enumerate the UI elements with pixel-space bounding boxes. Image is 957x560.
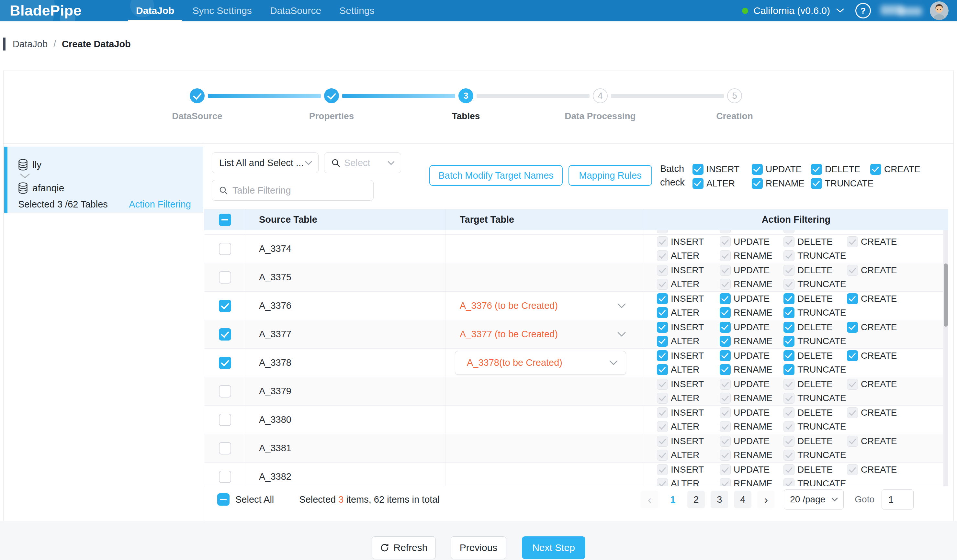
action-checkbox-delete[interactable]: DELETE <box>783 322 847 333</box>
action-checkbox-alter[interactable]: ALTER <box>657 364 720 375</box>
goto-page-input[interactable] <box>881 489 914 510</box>
action-checkbox-insert[interactable]: INSERT <box>657 350 720 361</box>
action-checkbox-truncate[interactable]: TRUNCATE <box>783 364 847 375</box>
action-checkbox-alter[interactable]: ALTER <box>657 336 720 347</box>
action-filtering-cell: INSERTUPDATEDELETECREATEALTERRENAMETRUNC… <box>644 377 943 405</box>
action-checkbox-update: UPDATE <box>720 464 783 475</box>
row-select-checkbox[interactable] <box>219 300 231 312</box>
action-checkbox-delete[interactable]: DELETE <box>783 293 847 304</box>
avatar[interactable] <box>930 1 949 20</box>
action-checkbox-insert: INSERT <box>657 379 720 390</box>
action-checkbox-alter[interactable]: ALTER <box>693 178 752 189</box>
page-button-4[interactable]: 4 <box>734 491 752 508</box>
table-row: A_3375INSERTUPDATEDELETECREATEALTERRENAM… <box>204 263 943 292</box>
nav-item-datajob[interactable]: DataJob <box>127 0 183 21</box>
nav-item-datasource[interactable]: DataSource <box>261 0 330 21</box>
nav-item-settings[interactable]: Settings <box>330 0 383 21</box>
action-checkbox-delete: DELETE <box>783 464 847 475</box>
row-select-checkbox[interactable] <box>219 243 231 255</box>
action-checkbox-truncate: TRUNCATE <box>783 250 847 261</box>
page-button-3[interactable]: 3 <box>711 491 728 508</box>
step-connector <box>611 94 724 98</box>
nav-menu: DataJob Sync Settings DataSource Setting… <box>127 0 384 21</box>
nav-item-sync-settings[interactable]: Sync Settings <box>183 0 261 21</box>
prev-page-button[interactable]: ‹ <box>641 491 658 508</box>
action-checkbox-create[interactable]: CREATE <box>870 164 921 175</box>
action-checkbox-create[interactable]: CREATE <box>847 322 897 333</box>
action-checkbox-delete: DELETE <box>783 265 847 276</box>
next-step-button[interactable]: Next Step <box>522 536 585 559</box>
action-checkbox-rename[interactable]: RENAME <box>720 307 783 318</box>
page-size-select[interactable]: 20 /page <box>784 489 844 510</box>
list-mode-select[interactable]: List All and Select ... <box>212 153 319 173</box>
selection-summary: Selected 3 /62 Tables <box>18 199 108 210</box>
action-checkbox-create: CREATE <box>847 407 897 418</box>
refresh-button[interactable]: Refresh <box>372 536 436 559</box>
action-checkbox-create: CREATE <box>847 265 897 276</box>
action-checkbox-alter[interactable]: ALTER <box>657 307 720 318</box>
page-button-2[interactable]: 2 <box>687 491 705 508</box>
source-table-cell: A_3382 <box>246 462 445 486</box>
breadcrumb-parent[interactable]: DataJob <box>13 39 47 49</box>
action-checkbox-create: CREATE <box>847 436 897 447</box>
select-all-checkbox[interactable] <box>217 493 229 506</box>
scrollbar-thumb[interactable] <box>944 263 948 327</box>
datasource-summary-card[interactable]: lly afanqie Selected 3 /62 Tables Action… <box>4 147 203 213</box>
action-checkbox-insert: INSERT <box>657 436 720 447</box>
action-checkbox-update[interactable]: UPDATE <box>720 293 783 304</box>
table-filter-input[interactable]: Table Filtering <box>212 180 374 201</box>
environment-name[interactable]: California (v0.6.0) <box>753 5 830 16</box>
action-checkbox-alter: ALTER <box>657 250 720 261</box>
action-checkbox-update[interactable]: UPDATE <box>720 322 783 333</box>
chevron-down-icon[interactable] <box>617 331 626 337</box>
action-filtering-link[interactable]: Action Filtering <box>129 199 191 210</box>
row-select-checkbox[interactable] <box>219 471 231 483</box>
schema-select[interactable]: Select <box>324 153 401 173</box>
action-checkbox-insert[interactable]: INSERT <box>657 322 720 333</box>
chevron-down-icon[interactable] <box>617 303 626 309</box>
step-circle-creation: 5 <box>727 88 742 103</box>
action-checkbox-truncate[interactable]: TRUNCATE <box>783 307 847 318</box>
row-select-checkbox[interactable] <box>219 385 231 398</box>
action-checkbox-delete[interactable]: DELETE <box>811 164 870 175</box>
target-table-cell <box>445 377 644 405</box>
action-checkbox-insert[interactable]: INSERT <box>693 164 752 175</box>
next-page-button[interactable]: › <box>757 491 775 508</box>
action-checkbox-rename[interactable]: RENAME <box>720 364 783 375</box>
row-select-checkbox[interactable] <box>219 357 231 369</box>
row-select-checkbox[interactable] <box>219 271 231 284</box>
page-button-1[interactable]: 1 <box>664 491 682 508</box>
action-filtering-cell: INSERTUPDATEDELETECREATEALTERRENAMETRUNC… <box>644 320 943 348</box>
action-filtering-header: Action Filtering <box>644 210 948 230</box>
action-checkbox-update[interactable]: UPDATE <box>752 164 811 175</box>
action-checkbox-delete: DELETE <box>783 379 847 390</box>
action-checkbox-delete[interactable]: DELETE <box>783 350 847 361</box>
batch-modify-target-names-button[interactable]: Batch Modify Target Names <box>429 165 563 186</box>
mapping-rules-button[interactable]: Mapping Rules <box>569 165 652 186</box>
action-checkbox-insert[interactable]: INSERT <box>657 293 720 304</box>
action-checkbox-truncate: TRUNCATE <box>783 478 847 486</box>
top-nav: BladePipe DataJob Sync Settings DataSour… <box>0 0 957 21</box>
bladepipe-logo[interactable]: BladePipe <box>10 2 82 19</box>
action-checkbox-truncate[interactable]: TRUNCATE <box>783 336 847 347</box>
sidebar: lly afanqie Selected 3 /62 Tables Action… <box>3 144 204 521</box>
breadcrumb-separator: / <box>54 39 56 49</box>
help-icon[interactable]: ? <box>855 3 871 19</box>
action-checkbox-update[interactable]: UPDATE <box>720 350 783 361</box>
action-checkbox-rename: RENAME <box>720 450 783 461</box>
chevron-down-icon[interactable] <box>836 8 844 13</box>
action-checkbox-create[interactable]: CREATE <box>847 350 897 361</box>
row-select-checkbox[interactable] <box>219 328 231 341</box>
select-all-header-checkbox[interactable] <box>219 214 231 226</box>
row-select-checkbox[interactable] <box>219 442 231 454</box>
previous-button[interactable]: Previous <box>451 536 506 559</box>
action-checkbox-create[interactable]: CREATE <box>847 293 897 304</box>
action-checkbox-alter: ALTER <box>657 279 720 290</box>
action-checkbox-rename[interactable]: RENAME <box>752 178 811 189</box>
action-checkbox-truncate[interactable]: TRUNCATE <box>811 178 870 189</box>
target-table-select[interactable]: A_3378(to be Created) <box>455 351 626 375</box>
chevron-down-icon[interactable] <box>609 360 618 366</box>
action-checkbox-rename[interactable]: RENAME <box>720 336 783 347</box>
source-db-name: lly <box>32 159 41 170</box>
row-select-checkbox[interactable] <box>219 414 231 426</box>
